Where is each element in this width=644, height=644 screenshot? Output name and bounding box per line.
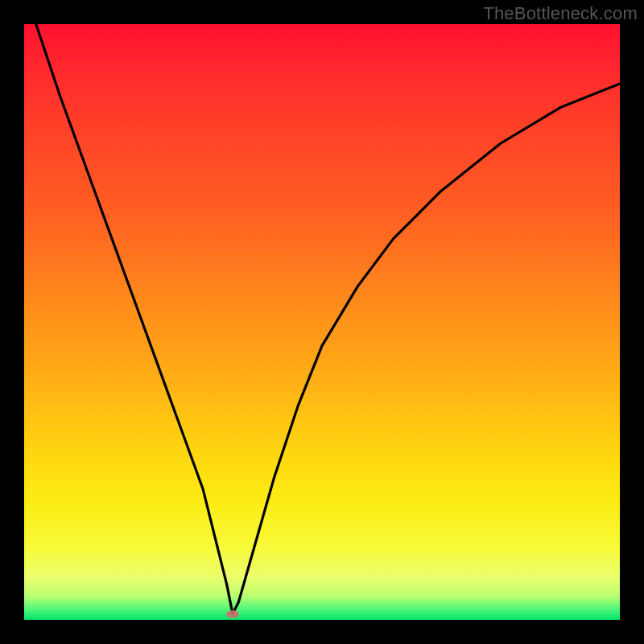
chart-curve	[36, 24, 620, 614]
watermark-text: TheBottleneck.com	[483, 3, 638, 24]
chart-curve-svg	[24, 24, 620, 620]
chart-marker	[226, 610, 239, 618]
chart-area	[24, 24, 620, 620]
